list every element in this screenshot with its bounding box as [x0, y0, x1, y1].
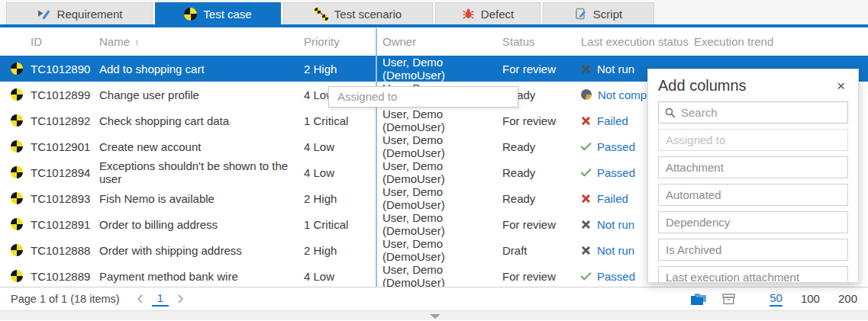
failed-icon [581, 116, 591, 126]
add-columns-header: Add columns × [648, 69, 858, 98]
column-header-execution-trend[interactable]: Execution trend [694, 35, 773, 48]
column-list-item[interactable]: Automated [658, 184, 848, 206]
tab-test-scenario[interactable]: Test scenario [283, 2, 433, 24]
tab-test-case[interactable]: Test case [155, 2, 281, 24]
column-list-item[interactable]: Attachment [658, 156, 848, 178]
archive-button[interactable] [721, 293, 736, 305]
previous-page-button[interactable] [132, 293, 149, 305]
cell-name: Order with shipping address [99, 244, 304, 257]
cell-id: TC1012890 [31, 63, 99, 75]
cell-status: Ready [502, 140, 581, 153]
add-columns-title: Add columns [658, 77, 747, 95]
test-case-icon [11, 218, 23, 230]
column-header-name[interactable]: Name [99, 35, 130, 48]
cell-priority: 4 Low [304, 270, 378, 283]
column-separator[interactable] [376, 28, 377, 287]
header-cell: Name↑ [99, 35, 304, 48]
cell-name: Create new account [99, 140, 304, 153]
cell-id: TC1012894 [31, 166, 99, 179]
header-cell: Status [502, 35, 581, 48]
column-search-box[interactable] [658, 101, 848, 124]
cell-priority: 2 High [304, 192, 378, 205]
cell-name: Change user profile [99, 88, 304, 101]
next-page-button[interactable] [172, 293, 189, 305]
defect-icon [462, 8, 475, 20]
column-header-priority[interactable]: Priority [304, 35, 340, 48]
cell-id: TC1012892 [31, 114, 99, 127]
header-cell: Execution trend [694, 35, 868, 48]
column-list: Assigned toAttachmentAutomatedDependency… [648, 129, 858, 283]
tab-label: Script [593, 8, 622, 21]
column-list-item[interactable]: Assigned to [658, 129, 848, 151]
tab-defect[interactable]: Defect [435, 2, 540, 24]
header-cell: ID [31, 35, 99, 48]
tab-label: Requirement [57, 8, 123, 21]
test-case-icon [11, 114, 23, 127]
test-case-icon [11, 244, 23, 256]
column-header-last-execution-status[interactable]: Last execution status [581, 35, 689, 48]
close-icon[interactable]: × [834, 77, 848, 95]
tab-bar: RequirementTest caseTest scenarioDefectS… [0, 0, 868, 24]
cell-id: TC1012888 [31, 244, 99, 257]
tab-requirement[interactable]: Requirement [6, 2, 153, 24]
cell-name: Payment method bank wire [99, 270, 304, 283]
archive-box-icon [721, 293, 736, 305]
column-header-status[interactable]: Status [502, 35, 535, 48]
passed-check-icon [580, 269, 591, 280]
cell-priority: 2 High [304, 244, 378, 257]
cell-status: For review [502, 114, 581, 127]
column-header-owner[interactable]: Owner [382, 35, 416, 48]
cell-id: TC1012891 [31, 218, 99, 231]
table-header-row: IDName↑PriorityOwnerStatusLast execution… [0, 27, 868, 56]
tab-label: Test case [203, 8, 251, 21]
scroll-down-indicator[interactable] [430, 314, 440, 319]
last-execution-link[interactable]: Passed [597, 270, 635, 283]
last-execution-link[interactable]: Failed [597, 114, 628, 127]
page-size-50[interactable]: 50 [770, 291, 782, 307]
cell-status: For review [502, 218, 581, 231]
last-execution-link[interactable]: Passed [597, 140, 635, 153]
test-case-icon [11, 192, 23, 204]
pager: 1 [132, 292, 189, 307]
cell-priority: 4 Low [304, 140, 378, 153]
column-list-item[interactable]: Dependency [658, 211, 848, 233]
test-case-icon [11, 63, 23, 75]
cell-name: Fish Nemo is available [99, 192, 304, 205]
search-icon [665, 108, 676, 118]
cell-status: For review [502, 63, 581, 75]
last-execution-link[interactable]: Passed [597, 166, 635, 179]
cell-owner: User, Demo (DemoUser) [378, 133, 502, 159]
cell-owner: User, Demo (DemoUser) [378, 159, 502, 185]
copy-folder-button[interactable] [690, 293, 708, 306]
column-list-item[interactable]: Last execution attachment [658, 266, 848, 283]
test-case-icon [184, 8, 197, 21]
cell-name: Order to billing address [99, 218, 304, 231]
page-number-button[interactable]: 1 [152, 292, 169, 307]
test-management-window: RequirementTest caseTest scenarioDefectS… [0, 0, 868, 321]
column-list-item[interactable]: Is Archived [658, 239, 848, 261]
cell-status: Ready [502, 166, 581, 179]
test-scenario-icon [315, 8, 328, 21]
last-execution-link[interactable]: Not run [597, 244, 634, 257]
last-execution-link[interactable]: Not run [597, 63, 634, 75]
last-execution-link[interactable]: Failed [597, 192, 628, 205]
cell-name: Add to shopping cart [99, 63, 304, 75]
requirement-icon [37, 8, 51, 20]
test-case-icon [11, 88, 23, 101]
failed-icon [581, 194, 591, 204]
chevron-left-icon [134, 293, 147, 305]
not-run-icon [581, 220, 591, 230]
page-size-100[interactable]: 100 [801, 292, 820, 306]
not-run-icon [581, 246, 591, 255]
last-execution-link[interactable]: Not run [597, 218, 634, 231]
cell-priority: 1 Critical [304, 218, 378, 231]
cell-id: TC1012901 [31, 140, 99, 153]
script-icon [575, 8, 587, 20]
tab-script[interactable]: Script [543, 2, 654, 24]
column-search-input[interactable] [681, 106, 841, 119]
page-size-200[interactable]: 200 [838, 292, 857, 306]
dragged-column-ghost[interactable]: Assigned to [328, 86, 518, 108]
column-header-id[interactable]: ID [31, 35, 42, 48]
folders-icon [690, 293, 708, 306]
passed-check-icon [580, 165, 591, 176]
